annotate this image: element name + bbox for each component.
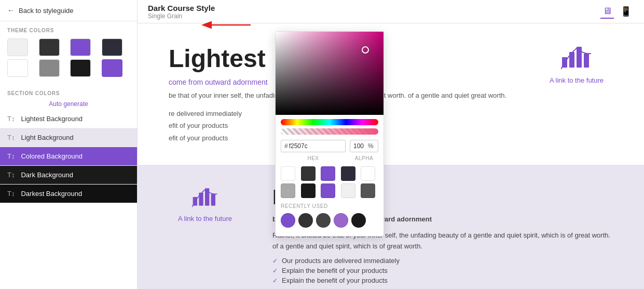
theme-color-grid: [7, 38, 130, 77]
lightest-icon-link-text[interactable]: A link to the future: [550, 76, 604, 84]
back-button[interactable]: ← Back to styleguide: [0, 0, 137, 21]
bar-chart-icon: [561, 44, 592, 72]
check-icon-1: ✓: [272, 257, 278, 265]
opacity-slider-container: [276, 127, 383, 137]
page-subtitle: Single Grain: [148, 12, 215, 20]
light-list-item-2: ✓ Explain the benefit of your products: [272, 267, 613, 274]
alpha-label: ALPHA: [350, 155, 378, 161]
preview-area: Lightest come from outward adornment be …: [138, 23, 644, 289]
preset-swatch-8[interactable]: [321, 183, 335, 198]
color-swatch-4[interactable]: [102, 38, 122, 56]
hue-slider[interactable]: [281, 119, 378, 125]
alpha-percent-sign: %: [368, 142, 374, 150]
color-picker-overlay: # % HEX ALPHA: [275, 31, 384, 237]
text-format-icon-3: T↕: [7, 152, 15, 160]
hex-alpha-labels: HEX ALPHA: [276, 155, 383, 163]
bg-light-label: Light Background: [21, 134, 73, 141]
preset-swatch-7[interactable]: [301, 183, 316, 198]
auto-generate-button[interactable]: Auto generate: [0, 98, 137, 110]
color-swatch-2[interactable]: [39, 38, 60, 56]
bg-darkest[interactable]: T↕ Darkest Background: [0, 185, 137, 203]
top-bar-title-group: Dark Course Style Single Grain: [148, 4, 215, 20]
app-container: ← Back to styleguide THEME COLORS SECTIO…: [0, 0, 644, 289]
light-check-3: Explain the benefit of your products: [282, 277, 388, 284]
mobile-icon[interactable]: 📱: [618, 5, 634, 18]
text-format-icon-2: T↕: [7, 134, 15, 141]
theme-colors-section: THEME COLORS: [0, 21, 137, 85]
bg-dark[interactable]: T↕ Dark Background: [0, 166, 137, 185]
light-check-1: Our products are delivered immediately: [282, 257, 400, 265]
recent-swatch-2[interactable]: [298, 213, 313, 228]
bg-light[interactable]: T↕ Light Background: [0, 128, 137, 147]
recent-swatch-4[interactable]: [334, 213, 348, 228]
bg-colored-label: Colored Background: [21, 152, 83, 160]
preset-swatch-4[interactable]: [341, 166, 355, 181]
color-swatch-8[interactable]: [102, 59, 122, 77]
back-label: Back to styleguide: [19, 7, 74, 15]
color-swatch-6[interactable]: [39, 59, 60, 77]
theme-colors-label: THEME COLORS: [7, 28, 130, 33]
recent-swatch-5[interactable]: [351, 213, 366, 228]
text-format-icon-4: T↕: [7, 171, 15, 179]
hex-input[interactable]: [289, 142, 320, 150]
preset-swatch-6[interactable]: [281, 183, 295, 198]
recent-swatch-3[interactable]: [316, 213, 331, 228]
opacity-slider[interactable]: [281, 128, 378, 135]
light-icon-link-text[interactable]: A link to the future: [178, 215, 232, 222]
light-list-item-1: ✓ Our products are delivered immediately: [272, 257, 613, 265]
lightest-section: Lightest come from outward adornment be …: [138, 23, 644, 165]
light-check-2: Explain the benefit of your products: [282, 267, 388, 274]
preset-colors-grid: [276, 163, 383, 201]
preset-swatch-10[interactable]: [361, 183, 375, 198]
recently-used-label: RECENTLY USED: [276, 201, 383, 211]
color-swatch-5[interactable]: [7, 59, 28, 77]
back-arrow-icon: ←: [7, 6, 15, 15]
light-section: A link to the future Light beauty should…: [138, 165, 644, 289]
svg-rect-3: [584, 54, 589, 68]
bg-colored[interactable]: T↕ Colored Background: [0, 147, 137, 166]
alpha-input-wrapper: %: [350, 140, 378, 152]
check-icon-2: ✓: [272, 267, 278, 274]
alpha-input[interactable]: [353, 142, 368, 150]
bg-lightest-label: Lightest Background: [21, 115, 83, 123]
text-format-icon-5: T↕: [7, 190, 15, 198]
section-colors-label: SECTION COLORS: [0, 85, 137, 98]
bg-lightest[interactable]: T↕ Lightest Background: [0, 110, 137, 128]
picker-cursor: [362, 46, 369, 54]
preset-swatch-1[interactable]: [281, 166, 295, 181]
preset-swatch-3[interactable]: [321, 166, 335, 181]
lightest-icon-col: A link to the future: [540, 44, 613, 84]
hex-alpha-row: # %: [276, 137, 383, 155]
preset-swatch-2[interactable]: [301, 166, 316, 181]
top-bar: Dark Course Style Single Grain 🖥 📱: [138, 0, 644, 23]
hue-slider-container: [276, 115, 383, 127]
bg-darkest-label: Darkest Background: [21, 190, 82, 198]
light-list-item-3: ✓ Explain the benefit of your products: [272, 277, 613, 284]
light-icon-col: A link to the future: [169, 186, 241, 222]
bg-dark-label: Dark Background: [21, 171, 73, 179]
device-switcher: 🖥 📱: [600, 5, 634, 19]
bar-chart-icon-light: [192, 186, 218, 211]
color-swatch-3[interactable]: [70, 38, 91, 56]
sidebar: ← Back to styleguide THEME COLORS SECTIO…: [0, 0, 138, 289]
color-swatch-7[interactable]: [70, 59, 91, 77]
recent-colors-row: [276, 211, 383, 230]
color-swatch-1[interactable]: [7, 38, 28, 56]
hex-input-wrapper: #: [281, 140, 346, 152]
check-icon-3: ✓: [272, 277, 278, 284]
page-title: Dark Course Style: [148, 4, 215, 12]
color-gradient-picker[interactable]: [276, 32, 383, 115]
main-content: Dark Course Style Single Grain 🖥 📱 Light…: [138, 0, 644, 289]
preset-swatch-5[interactable]: [361, 166, 375, 181]
recent-swatch-1[interactable]: [281, 213, 295, 228]
desktop-icon[interactable]: 🖥: [600, 5, 614, 19]
svg-rect-7: [211, 194, 215, 206]
preset-swatch-9[interactable]: [341, 183, 355, 198]
hex-label: HEX: [281, 155, 346, 161]
hex-hash: #: [284, 142, 288, 150]
text-format-icon: T↕: [7, 115, 15, 123]
